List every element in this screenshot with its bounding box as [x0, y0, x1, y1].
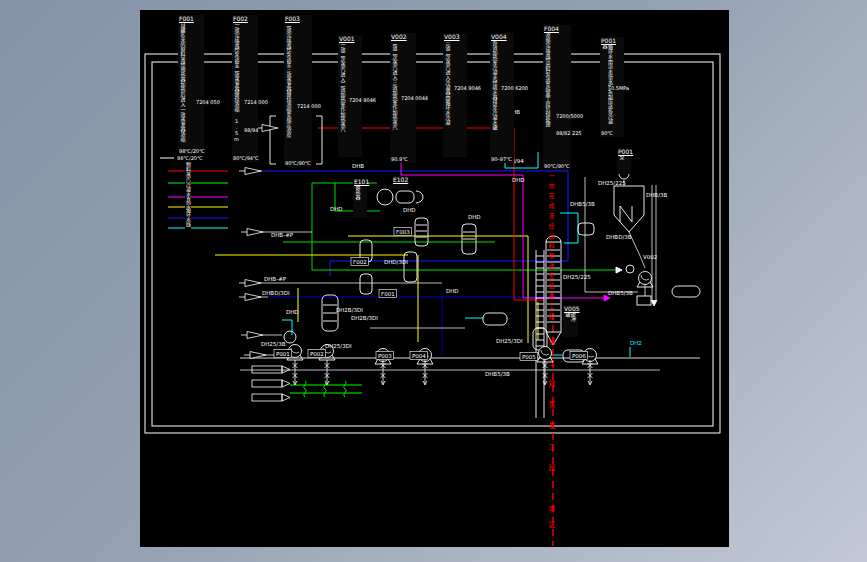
red-note-to-next-section: 接二效蒸发工段	[546, 338, 556, 485]
cad-label: F001	[381, 291, 395, 297]
cad-label: P004	[412, 353, 426, 359]
drain-valve-stem	[588, 360, 593, 385]
text-strip-F002: F002一效完成液经泵送至二效蒸发器继续浓缩 1.5m7214 00098/94…	[232, 15, 258, 162]
cad-label: DH25/225	[563, 274, 591, 280]
text-strip-V004: V004各效加热室冷凝水经疏水器排至冷凝水罐7200 620090–97℃	[490, 33, 514, 163]
strip-title: F003	[284, 15, 312, 22]
strip-annotation: 7204 9046	[454, 85, 481, 91]
legend: 98℃/20℃	[160, 155, 228, 228]
drum-1	[483, 313, 507, 325]
text-strip-F004: F004浓缩完成液经出料泵送至结晶工段后续处理7200/500098/82 22…	[543, 25, 571, 170]
strip-annotation: 0.5MPa	[611, 85, 629, 91]
text-strip-E101: E101换热器	[353, 178, 367, 218]
cad-label: DH2B/3DI	[351, 315, 378, 321]
drum-4	[578, 223, 594, 235]
cad-label: P005	[522, 354, 536, 360]
steam-trap-zigzag	[344, 381, 346, 397]
strip-body: 二效二次蒸汽进入三效加热室作加热蒸汽	[391, 40, 397, 152]
feed-pennant-arrow	[245, 294, 261, 301]
strip-title: V002	[390, 33, 416, 40]
strip-title: E102	[392, 176, 408, 183]
strip-body: 缓冲罐	[564, 312, 575, 326]
strip-annotation: 98/82 225	[556, 130, 582, 136]
cad-label: DH25/3DI	[325, 343, 352, 349]
utility-flag-tip	[282, 394, 290, 401]
cad-label: DH25/225	[598, 180, 626, 186]
hopper-cyclone	[614, 186, 644, 232]
text-strip-V001: V001一效二次蒸汽进入二效加热室作加热蒸汽7204 9046	[338, 35, 362, 157]
cad-label: P001	[276, 351, 290, 357]
text-strip-F003: F003二效完成液经泵送至三效蒸发器继续浓缩至规定浓度7214 00090℃/9…	[284, 15, 312, 167]
strip-annotation: 7204 050	[196, 99, 220, 105]
strip-body: 泵	[618, 155, 624, 163]
strip-annotation: 7200 6200	[501, 85, 528, 91]
cad-label: DHB-#P	[271, 232, 294, 238]
strip-footer: 80℃/94℃	[233, 155, 259, 161]
cad-label: P003	[378, 353, 392, 359]
strip-title: V001	[338, 35, 362, 42]
strip-title: V004	[490, 33, 514, 40]
pump-symbol	[639, 272, 652, 285]
cad-application-window: { "title": "蒸发工段工艺流程图", "legend": { "hea…	[0, 0, 867, 562]
strip-title: P001	[617, 148, 631, 155]
red-note-battery-limit: 界区	[546, 506, 556, 536]
strip-body: 一效完成液经泵送至二效蒸发器继续浓缩 1.5m	[233, 22, 239, 151]
strip-title: V003	[443, 33, 467, 40]
strip-footer: 90℃/90℃	[544, 163, 570, 169]
cad-label: DHBD/3DI	[262, 290, 290, 296]
drain-valve-stem	[423, 360, 428, 385]
cad-label: DHD	[512, 177, 525, 183]
steam-trap-zigzag	[324, 381, 326, 397]
strip-body: 浓缩完成液经出料泵送至结晶工段后续处理	[544, 32, 550, 159]
small-box	[637, 296, 651, 305]
instrument-circle	[284, 331, 296, 343]
steam-trap-zigzag	[304, 381, 306, 397]
cad-label: DHD	[286, 309, 299, 315]
text-strip-P001: P001循环水由凉水塔来经泵加压送各冷凝器0.5MPa90℃	[600, 37, 624, 137]
strip-footer: 98℃/20℃	[179, 148, 205, 154]
strip-title: F002	[232, 15, 258, 22]
strip-body: 二效完成液经泵送至三效蒸发器继续浓缩至规定浓度	[285, 22, 291, 156]
text-strip-V002: V002二效二次蒸汽进入三效加热室作加热蒸汽7204 004490.9℃	[390, 33, 416, 163]
vessel-left-drum	[322, 295, 338, 331]
cad-label: DHB-#P	[264, 276, 287, 282]
utility-flag-box	[252, 394, 282, 401]
strip-footer: 90℃	[601, 130, 613, 136]
heat-exchanger	[377, 189, 423, 205]
process-line	[348, 236, 528, 343]
arrowhead-green	[616, 267, 622, 273]
strip-annotation: 7204 9046	[349, 97, 376, 103]
vessel-separator	[462, 224, 476, 254]
feed-pennant-arrow	[245, 280, 261, 287]
cad-label: DH2B/3DI	[336, 307, 363, 313]
strip-title: P001	[600, 37, 624, 44]
feed-pennant-arrow	[247, 332, 263, 339]
cad-drawing-canvas[interactable]: 98℃/20℃ 98/94DHBDHBDHDDHD3DLDHB-#PDHDDHD…	[140, 10, 729, 547]
cad-label: DHB5/3B	[608, 290, 633, 296]
cad-label: F002	[353, 259, 367, 265]
strip-annotation: 7200/5000	[556, 113, 583, 119]
cad-label: DHB/3B	[646, 192, 667, 198]
strip-title: E101	[353, 178, 367, 185]
text-strip-V003: V003三效二次蒸汽进入冷凝器由循环水冷凝7204 9046	[443, 33, 467, 157]
strip-body: 各效加热室冷凝水经疏水器排至冷凝水罐	[491, 40, 497, 152]
strip-annotation: 7204 0044	[401, 95, 428, 101]
cad-label: P002	[310, 351, 324, 357]
strip-title: V005	[563, 305, 578, 312]
cad-label: F003	[396, 229, 410, 235]
cad-label: P006	[572, 353, 586, 359]
utility-flag-tip	[282, 366, 290, 373]
process-lines	[215, 128, 700, 546]
drain-valve-stem	[293, 360, 298, 385]
text-strip-E102: E102	[392, 176, 408, 189]
cad-label: DHBD/3B	[606, 234, 632, 240]
process-line	[282, 320, 292, 335]
legend-vertical-text: 物料蒸汽冷凝水真空循环水线	[185, 162, 191, 234]
strip-body: 一效二次蒸汽进入二效加热室作加热蒸汽	[339, 42, 345, 146]
strip-title: F001	[178, 15, 204, 22]
cad-label: DHD/3DI	[384, 259, 408, 265]
strip-annotation: 7214 000	[244, 99, 268, 105]
utility-flag-box	[252, 366, 282, 373]
utility-flag-tip	[282, 380, 290, 387]
strip-footer: 90.9℃	[391, 156, 408, 162]
